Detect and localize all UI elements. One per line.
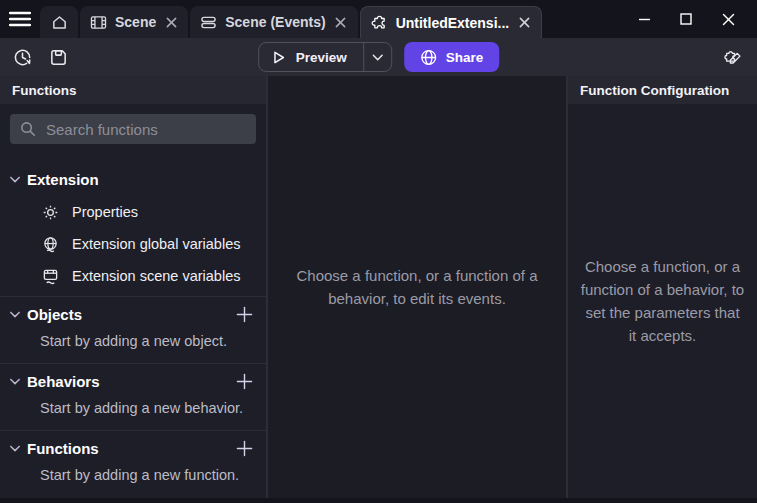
functions-panel-title: Functions <box>0 76 266 104</box>
preview-label: Preview <box>296 50 347 65</box>
function-configuration-panel: Function Configuration Choose a function… <box>568 76 757 498</box>
chevron-down-icon <box>10 445 20 452</box>
window-bottom-edge <box>0 498 757 503</box>
main-area: Functions Extension <box>0 76 757 498</box>
globe-variable-icon <box>42 236 59 253</box>
hamburger-icon <box>9 11 31 27</box>
panel-title-text: Functions <box>12 83 77 98</box>
gear-icon <box>42 204 59 221</box>
tree-item-label: Extension scene variables <box>72 268 240 284</box>
extension-section-header[interactable]: Extension <box>0 162 266 196</box>
events-sheet-icon <box>200 15 217 30</box>
behaviors-section: Behaviors Start by adding a new behavior… <box>0 364 266 430</box>
preview-options-button[interactable] <box>363 43 391 71</box>
objects-section: Objects Start by adding a new object. <box>0 297 266 363</box>
section-title: Extension <box>27 171 99 188</box>
window-controls <box>623 0 757 38</box>
play-icon <box>271 50 286 65</box>
chevron-down-icon <box>10 311 20 318</box>
titlebar: Scene Scene (Events) <box>0 0 757 38</box>
events-editor-panel: Choose a function, or a function of a be… <box>268 76 566 498</box>
chevron-down-icon <box>372 54 383 61</box>
functions-section-header[interactable]: Functions <box>0 431 266 465</box>
add-object-button[interactable] <box>232 302 256 326</box>
tree-item-label: Extension global variables <box>72 236 240 252</box>
minimize-button[interactable] <box>623 0 665 38</box>
tab-label: UntitledExtensi... <box>396 15 510 31</box>
extension-global-variables-item[interactable]: Extension global variables <box>0 228 266 260</box>
tab-scene-events[interactable]: Scene (Events) <box>190 6 357 38</box>
share-button[interactable]: Share <box>404 42 500 72</box>
search-functions-input[interactable] <box>46 121 246 138</box>
close-tab-icon[interactable] <box>334 15 348 29</box>
preview-button-group: Preview <box>258 42 392 72</box>
extension-scene-variables-item[interactable]: Extension scene variables <box>0 260 266 292</box>
tab-scene[interactable]: Scene <box>80 6 188 38</box>
globe-icon <box>420 49 437 66</box>
share-label: Share <box>446 50 484 65</box>
tab-label: Scene (Events) <box>225 14 325 30</box>
film-icon <box>90 15 107 30</box>
functions-empty-hint: Start by adding a new function. <box>0 465 266 497</box>
extension-properties-item[interactable]: Properties <box>0 196 266 228</box>
search-icon <box>20 121 36 137</box>
edit-extension-button[interactable] <box>723 47 745 68</box>
section-title: Functions <box>27 440 99 457</box>
functions-section: Functions Start by adding a new function… <box>0 431 266 497</box>
objects-empty-hint: Start by adding a new object. <box>0 331 266 363</box>
tree-item-label: Properties <box>72 204 138 220</box>
search-wrap <box>0 104 266 154</box>
objects-section-header[interactable]: Objects <box>0 297 266 331</box>
tab-home[interactable] <box>40 6 78 38</box>
home-icon <box>51 14 68 31</box>
behaviors-empty-hint: Start by adding a new behavior. <box>0 398 266 430</box>
close-tab-icon[interactable] <box>164 15 178 29</box>
close-window-button[interactable] <box>707 0 749 38</box>
section-title: Objects <box>27 306 82 323</box>
functions-panel: Functions Extension <box>0 76 266 498</box>
scene-variable-icon <box>42 268 59 285</box>
chevron-down-icon <box>10 176 20 183</box>
add-behavior-button[interactable] <box>232 369 256 393</box>
main-menu-button[interactable] <box>0 0 40 38</box>
section-title: Behaviors <box>27 373 100 390</box>
configuration-placeholder-wrap: Choose a function, or a function of a be… <box>568 104 757 498</box>
close-tab-icon[interactable] <box>517 16 531 30</box>
tab-label: Scene <box>115 14 156 30</box>
maximize-button[interactable] <box>665 0 707 38</box>
configuration-placeholder: Choose a function, or a function of a be… <box>580 255 745 348</box>
extension-puzzle-icon <box>371 14 388 31</box>
events-editor-placeholder: Choose a function, or a function of a be… <box>268 264 566 311</box>
preview-button[interactable]: Preview <box>259 43 363 71</box>
extension-section: Extension Properties <box>0 154 266 296</box>
save-icon[interactable] <box>49 48 68 67</box>
chevron-down-icon <box>10 378 20 385</box>
panel-title-text: Function Configuration <box>580 83 729 98</box>
add-function-button[interactable] <box>232 436 256 460</box>
behaviors-section-header[interactable]: Behaviors <box>0 364 266 398</box>
history-button[interactable] <box>12 47 33 68</box>
tab-untitled-extension[interactable]: UntitledExtensi... <box>360 6 543 38</box>
function-configuration-title: Function Configuration <box>568 76 757 104</box>
toolbar: Preview Share <box>0 38 757 76</box>
tab-bar: Scene Scene (Events) <box>40 0 542 38</box>
search-functions-box[interactable] <box>10 114 256 144</box>
